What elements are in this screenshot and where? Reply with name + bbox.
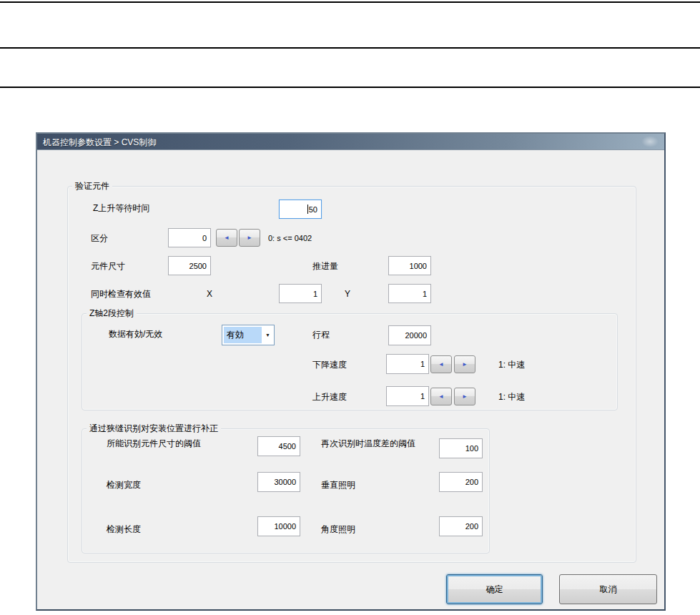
z-rise-wait-label: Z上升等待时间 — [93, 202, 149, 214]
horizontal-rule-top — [0, 1, 700, 3]
detect-width-label: 检测宽度 — [107, 479, 141, 491]
angle-light-value: 200 — [465, 522, 478, 531]
cancel-button[interactable]: 取消 — [559, 574, 657, 604]
category-label: 区分 — [91, 232, 108, 244]
verify-component-group-label: 验证元件 — [72, 180, 112, 192]
angle-light-label: 角度照明 — [321, 523, 355, 535]
horizontal-rule-middle — [0, 47, 700, 49]
detect-length-input[interactable]: 10000 — [257, 516, 300, 536]
arrow-left-icon: ◄ — [438, 361, 444, 368]
dialog-title: 机器控制参数设置 > CVS制御 — [43, 137, 156, 149]
horizontal-rule-bottom — [0, 87, 700, 88]
simultaneous-check-label: 同时检查有效值 — [91, 288, 151, 300]
stroke-input[interactable]: 20000 — [388, 325, 431, 345]
dialog-titlebar[interactable]: 机器控制参数设置 > CVS制御 — [37, 134, 664, 150]
detect-length-value: 10000 — [274, 522, 296, 531]
detect-width-value: 30000 — [274, 478, 296, 486]
z-rise-wait-value: 50 — [309, 205, 317, 214]
vertical-light-value: 200 — [465, 478, 478, 486]
ok-button[interactable]: 确定 — [446, 574, 543, 604]
z-rise-wait-input[interactable]: 50 — [279, 200, 322, 219]
document-page: 机器控制参数设置 > CVS制御 验证元件 Z上升等待时间 50 区分 0 ◄ … — [0, 0, 700, 615]
machine-control-params-dialog: 机器控制参数设置 > CVS制御 验证元件 Z上升等待时间 50 区分 0 ◄ … — [36, 132, 666, 611]
category-spin-left-button[interactable]: ◄ — [216, 229, 237, 247]
data-valid-label: 数据有効/无效 — [109, 328, 162, 340]
size-threshold-input[interactable]: 4500 — [257, 436, 300, 456]
rise-speed-spin-right-button[interactable]: ► — [454, 388, 475, 405]
simultaneous-check-y-input[interactable]: 1 — [388, 284, 431, 303]
arrow-right-icon: ► — [462, 393, 468, 400]
vertical-light-label: 垂直照明 — [321, 479, 355, 491]
stroke-label: 行程 — [312, 329, 330, 340]
simultaneous-check-x-input[interactable]: 1 — [279, 284, 322, 303]
data-valid-selected-value: 有効 — [224, 327, 262, 343]
simultaneous-check-y-value: 1 — [423, 290, 427, 298]
rise-speed-value: 1 — [420, 392, 425, 400]
arrow-left-icon: ◄ — [438, 393, 444, 400]
data-valid-dropdown[interactable]: 有効 ▼ — [222, 325, 275, 345]
x-axis-label: X — [207, 288, 212, 300]
detect-length-label: 检测长度 — [107, 523, 141, 535]
slit-recognition-group-label: 通过狭缝识别对安装位置进行补正 — [87, 423, 221, 435]
cancel-button-label: 取消 — [600, 584, 617, 596]
descent-speed-label: 下降速度 — [312, 359, 347, 370]
temp-diff-threshold-input[interactable]: 100 — [439, 438, 483, 458]
vertical-light-input[interactable]: 200 — [439, 472, 483, 492]
simultaneous-check-x-value: 1 — [313, 290, 317, 298]
text-caret — [307, 205, 308, 214]
descent-speed-input[interactable]: 1 — [386, 354, 429, 374]
rise-speed-hint: 1: 中速 — [498, 391, 525, 403]
category-value: 0 — [202, 234, 207, 242]
stroke-value: 20000 — [405, 331, 427, 340]
category-spin-right-button[interactable]: ► — [239, 229, 260, 247]
category-hint: 0: s <= 0402 — [268, 232, 312, 244]
component-size-label: 元件尺寸 — [91, 260, 125, 272]
advance-amount-value: 1000 — [410, 262, 427, 270]
temp-diff-threshold-value: 100 — [465, 444, 478, 453]
arrow-left-icon: ◄ — [224, 235, 230, 241]
component-size-input[interactable]: 2500 — [168, 256, 211, 275]
rise-speed-spin-left-button[interactable]: ◄ — [430, 388, 452, 405]
advance-amount-label: 推进量 — [312, 260, 338, 272]
component-size-value: 2500 — [189, 262, 207, 270]
size-threshold-value: 4500 — [279, 442, 296, 451]
y-axis-label: Y — [345, 288, 350, 300]
arrow-right-icon: ► — [462, 361, 468, 368]
descent-speed-hint: 1: 中速 — [498, 359, 525, 370]
rise-speed-input[interactable]: 1 — [386, 386, 429, 406]
detect-width-input[interactable]: 30000 — [257, 472, 300, 492]
category-input[interactable]: 0 — [168, 228, 211, 247]
close-button-glow-icon — [641, 136, 659, 147]
descent-speed-value: 1 — [420, 360, 425, 368]
chevron-down-icon: ▼ — [262, 325, 274, 345]
temp-diff-threshold-label: 再次识别时温度差的阈值 — [321, 438, 415, 449]
descent-speed-spin-right-button[interactable]: ► — [454, 355, 475, 373]
z-axis-2stage-group-label: Z轴2段控制 — [87, 308, 137, 320]
advance-amount-input[interactable]: 1000 — [388, 256, 431, 275]
rise-speed-label: 上升速度 — [312, 391, 347, 403]
angle-light-input[interactable]: 200 — [439, 516, 483, 536]
ok-button-label: 确定 — [486, 584, 503, 596]
size-threshold-label: 所能识别元件尺寸的阈值 — [107, 438, 201, 449]
arrow-right-icon: ► — [247, 235, 252, 241]
descent-speed-spin-left-button[interactable]: ◄ — [430, 355, 452, 373]
